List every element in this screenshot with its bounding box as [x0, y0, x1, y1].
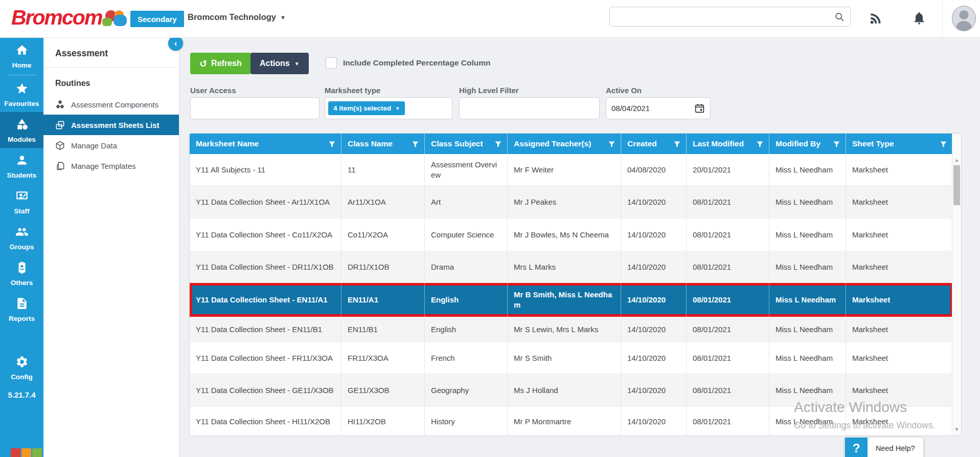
- badge-icon: [15, 261, 29, 276]
- table-row[interactable]: Y11 Data Collection Sheet - HI11/X2OBHI1…: [190, 407, 953, 436]
- menu-item-assessment-components[interactable]: Assessment Components: [43, 94, 179, 115]
- column-header-created[interactable]: Created: [621, 134, 687, 154]
- actions-button[interactable]: Actions ▼: [250, 53, 309, 74]
- brand-color-strip: [0, 448, 42, 457]
- filter-funnel-icon[interactable]: [833, 140, 840, 148]
- table-row[interactable]: Y11 Data Collection Sheet - EN11/B1EN11/…: [190, 317, 953, 342]
- column-header-assigned-teacher-s-[interactable]: Assigned Teacher(s): [508, 134, 621, 154]
- collapse-panel-button[interactable]: ‹: [168, 36, 183, 51]
- table-row[interactable]: Y11 Data Collection Sheet - GE11/X3OBGE1…: [190, 374, 953, 407]
- table-cell-modified: 08/01/2021: [687, 283, 769, 317]
- menu-item-manage-data[interactable]: Manage Data: [43, 135, 179, 156]
- table-row[interactable]: Y11 All Subjects - 1111Assessment Overvi…: [190, 154, 953, 186]
- table-cell-class_name: EN11/A1: [341, 283, 425, 317]
- table-cell-modified_by: Miss L Needham: [769, 374, 846, 407]
- column-header-modified-by[interactable]: Modified By: [769, 134, 846, 154]
- broadcast-icon[interactable]: [868, 10, 884, 26]
- table-cell-modified_by: Miss L Needham: [769, 407, 846, 436]
- menu-item-manage-templates[interactable]: Manage Templates: [43, 156, 179, 176]
- table-cell-class_name: HI11/X2OB: [341, 407, 425, 436]
- table-cell-class_name: FR11/X3OA: [341, 342, 425, 374]
- menu-item-assessment-sheets-list[interactable]: Assessment Sheets List: [43, 115, 179, 135]
- column-header-class-subject[interactable]: Class Subject: [425, 134, 508, 154]
- secondary-badge: Secondary: [130, 11, 184, 27]
- search-input[interactable]: [610, 7, 834, 26]
- active-on-input[interactable]: 08/04/2021: [606, 97, 711, 119]
- sidebar-item-others[interactable]: Others: [0, 255, 43, 291]
- filter-funnel-icon[interactable]: [328, 140, 336, 148]
- column-header-last-modified[interactable]: Last Modified: [687, 134, 769, 154]
- sidebar-item-students[interactable]: Students: [0, 148, 43, 184]
- table-cell-sheet_type: Marksheet: [846, 154, 953, 186]
- sidebar-item-staff[interactable]: Staff: [0, 184, 43, 220]
- table-cell-modified_by: Miss L Needham: [769, 342, 846, 374]
- organisation-dropdown[interactable]: Bromcom Technology ▼: [188, 12, 286, 22]
- table-row[interactable]: Y11 Data Collection Sheet - DR11/X1OBDR1…: [190, 251, 953, 283]
- scroll-down-arrow[interactable]: ▼: [952, 425, 961, 433]
- sidebar-item-label: Modules: [8, 136, 36, 143]
- sidebar-item-config[interactable]: Config: [0, 350, 43, 385]
- table-cell-marksheet: Y11 Data Collection Sheet - FR11/X3OA: [190, 342, 341, 374]
- sidebar-item-home[interactable]: Home: [0, 38, 43, 74]
- column-header-class-name[interactable]: Class Name: [341, 134, 425, 154]
- high-level-filter-label: High Level Filter: [459, 86, 519, 95]
- filter-funnel-icon[interactable]: [608, 140, 616, 148]
- filter-funnel-icon[interactable]: [673, 140, 681, 148]
- include-completed-checkbox[interactable]: [326, 57, 337, 69]
- table-cell-marksheet: Y11 Data Collection Sheet - EN11/B1: [190, 317, 341, 342]
- marksheet-type-selected-chip[interactable]: 4 item(s) selected ▼: [328, 101, 405, 115]
- table-cell-teachers: Mrs L Marks: [508, 251, 621, 283]
- filter-funnel-icon[interactable]: [494, 140, 502, 148]
- report-icon: [15, 297, 29, 312]
- table-cell-class_name: GE11/X3OB: [341, 374, 425, 407]
- filter-funnel-icon[interactable]: [412, 140, 419, 148]
- column-header-marksheet-name[interactable]: Marksheet Name: [190, 134, 341, 154]
- filter-funnel-icon[interactable]: [756, 140, 764, 148]
- filter-funnel-icon[interactable]: [940, 140, 947, 148]
- topbar-divider: [942, 0, 943, 38]
- need-help-button[interactable]: ? Need Help?: [845, 438, 923, 457]
- refresh-button[interactable]: ↺ Refresh: [190, 53, 251, 74]
- marksheet-type-label: Marksheet type: [325, 86, 380, 95]
- brand-square: [21, 448, 31, 457]
- table-cell-modified: 08/01/2021: [687, 407, 769, 436]
- scrollbar-thumb[interactable]: [953, 165, 960, 205]
- sidebar-item-label: Favourites: [4, 100, 39, 107]
- components-icon: [55, 100, 65, 110]
- panel-menu: Assessment ComponentsAssessment Sheets L…: [43, 94, 179, 176]
- table-row[interactable]: Y11 Data Collection Sheet - Co11/X2OACo1…: [190, 219, 953, 251]
- sidebar-item-groups[interactable]: Groups: [0, 220, 43, 255]
- marksheet-type-input[interactable]: 4 item(s) selected ▼: [325, 97, 452, 119]
- table-cell-created: 14/10/2020: [621, 251, 687, 283]
- column-header-sheet-type[interactable]: Sheet Type: [846, 134, 953, 154]
- cube-icon: [55, 141, 65, 150]
- scroll-up-arrow[interactable]: ▲: [952, 156, 961, 164]
- table-row[interactable]: Y11 Data Collection Sheet - FR11/X3OAFR1…: [190, 342, 953, 374]
- calendar-icon[interactable]: [694, 103, 705, 114]
- table-cell-marksheet: Y11 Data Collection Sheet - Co11/X2OA: [190, 219, 341, 251]
- sheets-icon: [55, 120, 65, 130]
- user-avatar[interactable]: [952, 6, 976, 31]
- need-help-label: Need Help?: [868, 438, 923, 457]
- vertical-scrollbar[interactable]: ▲ ▼: [952, 134, 961, 436]
- sidebar-item-modules[interactable]: Modules: [0, 112, 43, 148]
- table-cell-subject: Assessment Overview: [425, 154, 508, 186]
- app-version: 5.21.7.4: [0, 390, 43, 399]
- table-cell-subject: Computer Science: [425, 219, 508, 251]
- search-icon[interactable]: [834, 11, 850, 23]
- table-row-selected[interactable]: Y11 Data Collection Sheet - EN11/A1EN11/…: [190, 283, 953, 317]
- table-cell-marksheet: Y11 Data Collection Sheet - Ar11/X1OA: [190, 186, 341, 219]
- question-mark-icon: ?: [845, 438, 868, 457]
- table-row[interactable]: Y11 Data Collection Sheet - Ar11/X1OAAr1…: [190, 186, 953, 219]
- sidebar-item-reports[interactable]: Reports: [0, 291, 43, 327]
- notifications-bell-icon[interactable]: [911, 10, 927, 26]
- staff-icon: [15, 189, 29, 205]
- panel-title: Assessment: [43, 38, 179, 68]
- menu-item-label: Assessment Components: [71, 100, 158, 109]
- high-level-filter-input[interactable]: [459, 97, 600, 119]
- table-cell-created: 14/10/2020: [621, 219, 687, 251]
- sidebar-item-favourites[interactable]: Favourites: [0, 76, 43, 112]
- user-access-input[interactable]: [190, 97, 320, 119]
- table-cell-teachers: Mr J Peakes: [508, 186, 621, 219]
- chevron-down-icon: ▼: [395, 106, 400, 111]
